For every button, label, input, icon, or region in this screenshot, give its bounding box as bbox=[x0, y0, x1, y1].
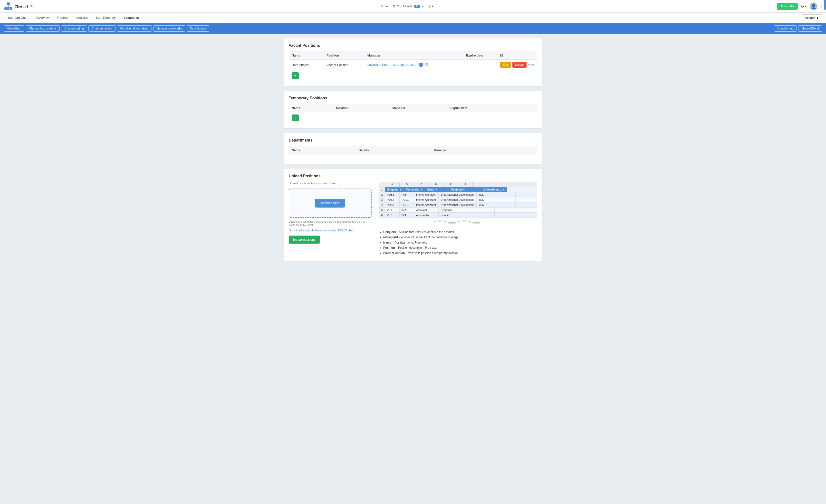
empty-cell-3 bbox=[463, 70, 497, 82]
add-temp-button[interactable]: + bbox=[292, 115, 299, 121]
home-icon: ⌂ bbox=[376, 4, 378, 8]
grid-icon: ⊞ bbox=[393, 4, 396, 8]
change-styling-button[interactable]: Change styling bbox=[61, 25, 87, 32]
temp-chart-icon: ☷ bbox=[521, 106, 524, 110]
avatar-chevron-icon: ▾ bbox=[820, 4, 822, 8]
chart-header-icon: ☷ bbox=[500, 54, 503, 57]
vacant-col-expire: Expire date bbox=[463, 51, 497, 60]
ss-row-1-num: 1 bbox=[379, 187, 385, 192]
import-positions-button[interactable]: Import positions bbox=[289, 236, 320, 244]
ss-col-headers: A B C D E F bbox=[379, 182, 537, 187]
org-charts-badge: 11 bbox=[414, 5, 420, 8]
tab-vacancies[interactable]: Vacancies bbox=[120, 13, 142, 23]
edit-button[interactable]: Edit bbox=[500, 62, 511, 68]
svg-rect-3 bbox=[10, 7, 12, 10]
empty-cell-4 bbox=[497, 70, 537, 82]
top-nav-right: Tutorials ⚙ ▾ 👤 ▾ bbox=[777, 2, 822, 10]
add-temp-row: + bbox=[289, 112, 537, 124]
manage-bookmarks-button[interactable]: Manage bookmarks bbox=[153, 25, 185, 32]
logo-icon bbox=[4, 2, 13, 11]
temp-col-manager: Manager bbox=[389, 104, 447, 112]
settings-button[interactable]: ⚙ ▾ bbox=[801, 4, 807, 8]
vacant-col-actions: ☷ bbox=[497, 51, 537, 60]
ss-row-num-header bbox=[379, 182, 385, 187]
ss-col-d: D bbox=[429, 182, 444, 187]
vacant-col-position: Position bbox=[323, 51, 364, 60]
view-chart-button[interactable]: View Chart bbox=[4, 25, 24, 32]
field-managerid: ManagerId – A value of unique Id of the … bbox=[383, 235, 537, 240]
empty-cell-1 bbox=[323, 70, 364, 82]
ss-col-e: E bbox=[444, 182, 458, 187]
add-temp-cell: + bbox=[289, 112, 333, 124]
sample-download-link[interactable]: Download a sample here - works with DEMO… bbox=[289, 229, 354, 232]
temp-col-actions: ☷ bbox=[518, 104, 537, 112]
user-icon: 👤 bbox=[811, 4, 816, 9]
data-source-button[interactable]: Data Source bbox=[187, 25, 209, 32]
info-icon[interactable]: i bbox=[419, 63, 423, 67]
avatar[interactable]: 👤 bbox=[810, 2, 818, 10]
vacant-positions-title: Vacant Positions bbox=[289, 43, 537, 48]
tab-overview[interactable]: Overview bbox=[33, 13, 53, 23]
home-link[interactable]: ⌂ Home bbox=[376, 4, 388, 8]
temp-col-expire: Expire date bbox=[447, 104, 518, 112]
add-vacant-row: + bbox=[289, 70, 537, 82]
tab-your-org-chart[interactable]: Your Org Chart bbox=[4, 13, 32, 23]
upload-subtitle: Upload positions from a spreadsheet bbox=[289, 182, 371, 185]
browse-files-button[interactable]: Browse files bbox=[315, 199, 345, 207]
field-istempposition: IsTempPosition – Yes/No is position a te… bbox=[383, 251, 537, 256]
svg-rect-1 bbox=[4, 7, 7, 10]
ss-h-f bbox=[507, 187, 522, 192]
scroll-indicator[interactable] bbox=[824, 0, 826, 10]
conditional-formatting-button[interactable]: Conditional formatting bbox=[117, 25, 152, 32]
org-chart-icon[interactable]: ☷ bbox=[425, 63, 428, 67]
empty-cell-2 bbox=[364, 70, 463, 82]
ss-row-2: 2 POS1 F68 Interim Manager Organizationa… bbox=[379, 192, 537, 197]
ss-col-c: C bbox=[414, 182, 429, 187]
temporary-positions-title: Temporary Positions bbox=[289, 96, 537, 100]
manager-link[interactable]: Lawrence Price – Strategy Director bbox=[367, 63, 417, 66]
choose-box-contents-button[interactable]: Choose box contents bbox=[26, 25, 60, 32]
help-icon: ? bbox=[428, 4, 430, 8]
dept-chart-icon: ☷ bbox=[531, 148, 534, 152]
temporary-positions-card: Temporary Positions Name Position Manage… bbox=[284, 91, 542, 128]
edit-icon[interactable]: ✎ bbox=[30, 4, 33, 8]
add-vacant-cell: + bbox=[289, 70, 323, 82]
field-descriptions: UniqueId – A value that uniquely identif… bbox=[379, 230, 537, 256]
field-position: Position – Position description. Free te… bbox=[383, 245, 537, 251]
chart-behaviour-button[interactable]: Chart behaviour bbox=[88, 25, 116, 32]
main-content: Vacant Positions Name Position Manager E… bbox=[279, 34, 547, 270]
tab-staff-directory[interactable]: Staff Directory bbox=[92, 13, 119, 23]
ss-col-a: A bbox=[385, 182, 400, 187]
vacant-positions-table: Name Position Manager Expire date ☷ Data… bbox=[289, 51, 537, 81]
settings-chevron-icon: ▾ bbox=[805, 4, 807, 8]
gear-icon: ⚙ bbox=[801, 4, 804, 8]
actions-button[interactable]: Actions ▾ bbox=[801, 14, 822, 21]
tab-reports[interactable]: Reports bbox=[54, 13, 72, 23]
chart-name: Chart #1 bbox=[15, 4, 28, 8]
dept-col-name: Name bbox=[289, 146, 355, 154]
tutorials-button[interactable]: Tutorials bbox=[777, 3, 798, 10]
manual-excel-button[interactable]: Manual/Excel bbox=[798, 25, 822, 32]
row-name: Data Analyst bbox=[289, 60, 323, 70]
secondary-nav: Your Org Chart Overview Reports Analysis… bbox=[0, 13, 826, 23]
view-link[interactable]: View bbox=[528, 63, 534, 66]
ss-row-6: 6 VP2 82A Assistant-2 Finance bbox=[379, 212, 537, 217]
top-nav-center: ⌂ Home ⊞ Org Charts 11 ▾ ? ▾ bbox=[38, 4, 772, 8]
help-button[interactable]: ? ▾ bbox=[428, 4, 433, 8]
org-charts-button[interactable]: ⊞ Org Charts 11 ▾ bbox=[393, 4, 423, 8]
dept-col-details: Details bbox=[355, 146, 430, 154]
upload-positions-title: Upload Positions bbox=[289, 174, 537, 178]
add-vacant-button[interactable]: + bbox=[292, 72, 299, 79]
drop-zone[interactable]: Browse files bbox=[289, 189, 371, 218]
temp-col-name: Name bbox=[289, 104, 333, 112]
upload-hint: Vacant and temporary positions may be up… bbox=[289, 220, 371, 226]
ss-h-name: Name ▼ bbox=[425, 187, 449, 192]
ss-col-b: B bbox=[400, 182, 414, 187]
delete-button[interactable]: Delete bbox=[513, 62, 527, 68]
dept-col-manager: Manager bbox=[430, 146, 518, 154]
svg-rect-0 bbox=[7, 2, 10, 5]
unpublished-button[interactable]: Unpublished bbox=[774, 25, 797, 32]
ss-h-istemp: IsTempPositi... ▼ bbox=[481, 187, 507, 192]
field-uniqueid: UniqueId – A value that uniquely identif… bbox=[383, 230, 537, 235]
tab-analysis[interactable]: Analysis bbox=[73, 13, 92, 23]
